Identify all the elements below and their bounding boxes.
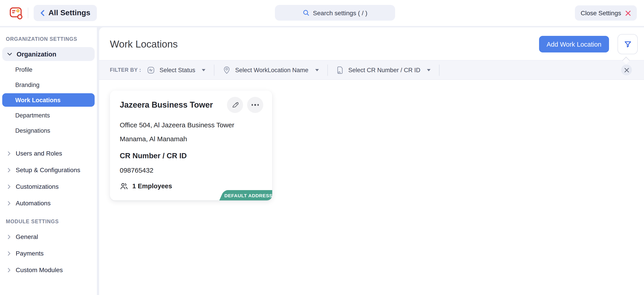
edit-button[interactable] xyxy=(227,97,243,113)
funnel-icon xyxy=(623,40,632,49)
map-pin-icon xyxy=(223,66,231,74)
users-and-roles-label: Users and Roles xyxy=(16,150,62,157)
all-settings-back-button[interactable]: All Settings xyxy=(34,5,97,21)
sidebar-item-organization[interactable]: Organization xyxy=(2,47,95,61)
search-settings-input[interactable]: Search settings ( / ) xyxy=(275,5,395,20)
employees-count: 1 Employees xyxy=(132,182,172,190)
address-line-2: Manama, Al Manamah xyxy=(120,135,263,142)
status-filter-dropdown[interactable]: Select Status xyxy=(147,66,206,74)
chevron-down-icon xyxy=(7,52,12,56)
search-icon xyxy=(303,10,310,16)
filter-divider xyxy=(214,64,214,76)
close-icon xyxy=(625,10,631,16)
page-title: Work Locations xyxy=(110,38,539,50)
sidebar-item-custom-modules[interactable]: Custom Modules xyxy=(2,263,95,276)
caret-down-icon xyxy=(427,69,430,71)
sidebar-item-setup-configurations[interactable]: Setup & Configurations xyxy=(2,163,95,177)
close-icon xyxy=(624,68,629,72)
sidebar-item-customizations[interactable]: Customizations xyxy=(2,180,95,193)
profile-label: Profile xyxy=(15,66,32,73)
work-locations-label: Work Locations xyxy=(15,96,60,103)
search-placeholder: Search settings ( / ) xyxy=(313,9,368,16)
worklocation-filter-value: Select WorkLocation Name xyxy=(235,66,308,73)
badge-label: DEFAULT ADDRESS xyxy=(219,190,272,200)
customizations-label: Customizations xyxy=(16,183,58,190)
add-work-location-button[interactable]: Add Work Location xyxy=(539,36,609,52)
chevron-right-icon xyxy=(8,151,11,156)
filter-by-label: FILTER BY : xyxy=(110,67,141,73)
close-filter-button[interactable] xyxy=(621,64,632,75)
section-module-settings: MODULE SETTINGS xyxy=(0,214,97,227)
sidebar-item-automations[interactable]: Automations xyxy=(2,196,95,210)
sidebar-item-departments[interactable]: Departments xyxy=(2,108,95,122)
setup-configurations-label: Setup & Configurations xyxy=(16,166,80,174)
chevron-right-icon xyxy=(8,184,11,189)
worklocation-filter-dropdown[interactable]: Select WorkLocation Name xyxy=(223,66,319,74)
branding-label: Branding xyxy=(15,81,40,88)
organization-label: Organization xyxy=(16,50,56,58)
chevron-right-icon xyxy=(8,251,11,256)
users-icon xyxy=(120,182,128,190)
chevron-right-icon xyxy=(8,201,11,206)
chevron-right-icon xyxy=(8,268,11,272)
sidebar-item-payments[interactable]: Payments xyxy=(2,246,95,260)
sidebar-item-branding[interactable]: Branding xyxy=(2,78,95,92)
close-settings-button[interactable]: Close Settings xyxy=(575,6,637,20)
chevron-left-icon xyxy=(40,10,45,16)
cr-number-value: 098765432 xyxy=(120,166,263,174)
main-header: Work Locations Add Work Location xyxy=(99,27,644,60)
chevron-right-icon xyxy=(8,168,11,172)
close-settings-label: Close Settings xyxy=(580,10,621,16)
section-organization-settings: ORGANIZATION SETTINGS xyxy=(0,31,97,44)
designations-label: Designations xyxy=(15,127,50,134)
filter-bar: FILTER BY : Select Status Select W xyxy=(99,60,644,80)
address-line-1: Office 504, Al Jazeera Business Tower xyxy=(120,121,263,129)
more-options-button[interactable] xyxy=(247,97,263,113)
top-bar: All Settings Search settings ( / ) Close… xyxy=(0,0,644,26)
filter-divider xyxy=(439,64,440,76)
sidebar-item-users-and-roles[interactable]: Users and Roles xyxy=(2,146,95,160)
settings-app: All Settings Search settings ( / ) Close… xyxy=(0,0,644,295)
caret-down-icon xyxy=(315,69,319,71)
employees-row[interactable]: 1 Employees xyxy=(120,181,263,192)
status-filter-value: Select Status xyxy=(160,66,195,73)
app-logo-icon[interactable] xyxy=(7,4,24,22)
sidebar-item-general[interactable]: General xyxy=(2,230,95,244)
document-icon xyxy=(336,66,344,74)
general-label: General xyxy=(16,233,38,240)
main-panel: Work Locations Add Work Location FILTER … xyxy=(99,27,644,295)
pencil-icon xyxy=(232,101,238,108)
status-icon xyxy=(147,66,155,74)
custom-modules-label: Custom Modules xyxy=(16,266,63,274)
departments-label: Departments xyxy=(15,112,50,118)
filter-toggle-button[interactable] xyxy=(618,34,638,54)
settings-sidebar: ORGANIZATION SETTINGS Organization Profi… xyxy=(0,27,97,295)
cr-number-label: CR Number / CR ID xyxy=(120,152,263,160)
ellipsis-icon xyxy=(252,104,259,106)
body-row: ORGANIZATION SETTINGS Organization Profi… xyxy=(0,26,644,295)
cr-number-filter-dropdown[interactable]: Select CR Number / CR ID xyxy=(336,66,430,74)
caret-down-icon xyxy=(202,69,206,71)
chevron-right-icon xyxy=(8,234,11,239)
sidebar-item-work-locations[interactable]: Work Locations xyxy=(2,93,95,107)
work-locations-list: Jazeera Business Tower Office 504, Al Ja… xyxy=(99,80,644,295)
cr-number-filter-value: Select CR Number / CR ID xyxy=(348,66,420,73)
automations-label: Automations xyxy=(16,200,51,207)
work-location-card: Jazeera Business Tower Office 504, Al Ja… xyxy=(110,90,272,200)
sidebar-item-designations[interactable]: Designations xyxy=(2,124,95,137)
topbar-divider xyxy=(28,8,28,18)
payments-label: Payments xyxy=(16,250,44,257)
all-settings-label: All Settings xyxy=(48,8,90,18)
work-location-name: Jazeera Business Tower xyxy=(120,97,223,110)
filter-divider xyxy=(327,64,328,76)
default-address-badge: DEFAULT ADDRESS xyxy=(219,190,272,200)
sidebar-item-profile[interactable]: Profile xyxy=(2,63,95,76)
